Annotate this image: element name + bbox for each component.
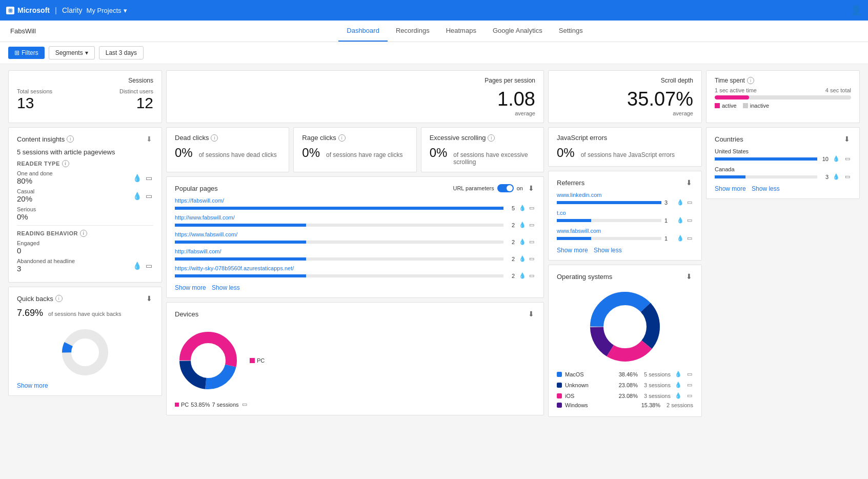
pc-recording-btn[interactable]: ▭ bbox=[241, 400, 248, 409]
macos-recording-btn[interactable]: ▭ bbox=[686, 370, 693, 378]
ios-heatmap-btn[interactable]: 💧 bbox=[674, 391, 683, 400]
countries-show-less-button[interactable]: Show less bbox=[752, 185, 780, 192]
abandoned-recording-button[interactable]: ▭ bbox=[145, 261, 153, 271]
page-recording-btn-3[interactable]: ▭ bbox=[528, 254, 535, 263]
page-count-0: 5 bbox=[507, 205, 515, 211]
ref-recording-btn-1[interactable]: ▭ bbox=[686, 216, 693, 225]
tab-dashboard[interactable]: Dashboard bbox=[338, 21, 388, 42]
devices-download-button[interactable]: ⬇ bbox=[527, 309, 535, 319]
scroll-depth-card: Scroll depth 35.07% average bbox=[548, 70, 702, 123]
serious-label: Serious bbox=[17, 206, 36, 212]
tab-google-analytics[interactable]: Google Analytics bbox=[485, 21, 551, 42]
popular-pages-show-less-button[interactable]: Show less bbox=[212, 284, 240, 291]
us-recording-btn[interactable]: ▭ bbox=[844, 154, 851, 163]
referrers-show-more-button[interactable]: Show more bbox=[557, 247, 588, 254]
countries-show-more-button[interactable]: Show more bbox=[715, 185, 746, 192]
casual-heatmap-button[interactable]: 💧 bbox=[132, 191, 143, 201]
page-heatmap-btn-3[interactable]: 💧 bbox=[518, 254, 527, 263]
ref-bar-0 bbox=[557, 201, 661, 204]
ref-heatmap-btn-0[interactable]: 💧 bbox=[676, 198, 685, 207]
rage-clicks-title: Rage clicks i bbox=[302, 134, 345, 142]
reading-behavior-info-icon[interactable]: i bbox=[80, 230, 87, 237]
country-bar-0 bbox=[715, 157, 817, 161]
unknown-heatmap-btn[interactable]: 💧 bbox=[674, 381, 683, 389]
ca-recording-btn[interactable]: ▭ bbox=[844, 172, 851, 181]
ref-count-2: 1 bbox=[664, 235, 673, 242]
quick-backs-chart bbox=[17, 323, 153, 382]
tab-heatmaps[interactable]: Heatmaps bbox=[438, 21, 485, 42]
quick-backs-download-button[interactable]: ⬇ bbox=[145, 293, 153, 304]
abandoned-row: Abandoned at headline 3 💧 ▭ bbox=[17, 258, 153, 273]
referrers-download-button[interactable]: ⬇ bbox=[685, 177, 693, 188]
devices-title: Devices bbox=[175, 310, 198, 318]
countries-download-button[interactable]: ⬇ bbox=[843, 134, 851, 144]
page-url-4: https://witty-sky-078b9560f.azurestatica… bbox=[175, 265, 339, 271]
excessive-scrolling-info-icon[interactable]: i bbox=[488, 134, 495, 142]
excessive-scrolling-value: 0% bbox=[430, 146, 448, 160]
pc-color bbox=[250, 358, 255, 363]
quick-backs-show-more-button[interactable]: Show more bbox=[17, 382, 48, 389]
ref-recording-btn-2[interactable]: ▭ bbox=[686, 234, 693, 243]
popular-pages-download-button[interactable]: ⬇ bbox=[527, 183, 535, 193]
tab-recordings[interactable]: Recordings bbox=[388, 21, 438, 42]
rage-clicks-info-icon[interactable]: i bbox=[338, 134, 346, 142]
engaged-row: Engaged 0 bbox=[17, 240, 153, 255]
macos-heatmap-btn[interactable]: 💧 bbox=[674, 370, 683, 378]
reader-type-info-icon[interactable]: i bbox=[62, 160, 69, 167]
os-download-button[interactable]: ⬇ bbox=[685, 271, 693, 282]
quick-backs-desc: of sessions have quick backs bbox=[48, 311, 121, 317]
us-heatmap-btn[interactable]: 💧 bbox=[832, 154, 841, 163]
my-projects-menu[interactable]: My Projects ▾ bbox=[87, 7, 127, 14]
project-name: FabsWill bbox=[10, 23, 72, 39]
sessions-label: Sessions bbox=[17, 77, 153, 84]
macos-color bbox=[557, 372, 562, 377]
dead-clicks-info-icon[interactable]: i bbox=[211, 134, 218, 142]
dead-clicks-card: Dead clicks i 0% of sessions have dead c… bbox=[166, 127, 289, 172]
url-params-toggle[interactable] bbox=[497, 184, 514, 192]
excessive-scrolling-title: Excessive scrolling i bbox=[430, 134, 495, 142]
page-recording-btn-1[interactable]: ▭ bbox=[528, 221, 535, 229]
unknown-recording-btn[interactable]: ▭ bbox=[686, 381, 693, 389]
js-errors-title: JavaScript errors bbox=[557, 134, 607, 142]
ref-recording-btn-0[interactable]: ▭ bbox=[686, 198, 693, 207]
page-recording-btn-2[interactable]: ▭ bbox=[528, 237, 535, 246]
scroll-avg: average bbox=[673, 110, 693, 116]
page-heatmap-btn-2[interactable]: 💧 bbox=[518, 237, 527, 246]
ref-url-1: t.co bbox=[557, 210, 693, 216]
quick-backs-card: Quick backs i ⬇ 7.69% of sessions have q… bbox=[8, 287, 162, 396]
date-range-button[interactable]: Last 3 days bbox=[99, 46, 144, 59]
ca-heatmap-btn[interactable]: 💧 bbox=[832, 172, 841, 181]
page-recording-btn-4[interactable]: ▭ bbox=[528, 271, 535, 280]
ref-heatmap-btn-2[interactable]: 💧 bbox=[676, 234, 685, 243]
tab-settings[interactable]: Settings bbox=[551, 21, 591, 42]
nav-tabs: Dashboard Recordings Heatmaps Google Ana… bbox=[338, 21, 591, 42]
os-row-0: MacOS 38.46% 5 sessions 💧 ▭ bbox=[557, 370, 693, 378]
page-heatmap-btn-0[interactable]: 💧 bbox=[518, 204, 527, 212]
page-heatmap-btn-1[interactable]: 💧 bbox=[518, 221, 527, 229]
popular-pages-show-more-button[interactable]: Show more bbox=[175, 284, 206, 291]
page-recording-btn-0[interactable]: ▭ bbox=[528, 204, 535, 212]
segments-button[interactable]: Segments ▾ bbox=[49, 46, 95, 59]
rage-clicks-desc: of sessions have rage clicks bbox=[326, 151, 402, 158]
ios-name: iOS bbox=[565, 393, 616, 399]
pc-stat-label: PC bbox=[181, 402, 189, 408]
user-avatar[interactable]: 👤 bbox=[851, 5, 862, 16]
referrers-show-less-button[interactable]: Show less bbox=[594, 247, 622, 254]
content-insights-download-button[interactable]: ⬇ bbox=[145, 134, 153, 144]
windows-count: 2 sessions bbox=[667, 402, 693, 408]
one-and-done-heatmap-button[interactable]: 💧 bbox=[132, 173, 143, 183]
casual-recording-button[interactable]: ▭ bbox=[145, 191, 153, 201]
casual-label: Casual bbox=[17, 188, 34, 194]
abandoned-heatmap-button[interactable]: 💧 bbox=[132, 261, 143, 271]
time-spent-info-icon[interactable]: i bbox=[747, 77, 754, 84]
filter-button[interactable]: ⊞ Filters bbox=[8, 47, 45, 59]
content-insights-info-icon[interactable]: i bbox=[67, 135, 74, 143]
one-and-done-recording-button[interactable]: ▭ bbox=[145, 173, 153, 183]
page-heatmap-btn-4[interactable]: 💧 bbox=[518, 271, 527, 280]
quick-backs-info-icon[interactable]: i bbox=[55, 295, 63, 302]
os-row-2: iOS 23.08% 3 sessions 💧 ▭ bbox=[557, 391, 693, 400]
ios-recording-btn[interactable]: ▭ bbox=[686, 391, 693, 400]
segments-label: Segments bbox=[55, 49, 83, 56]
ref-heatmap-btn-1[interactable]: 💧 bbox=[676, 216, 685, 225]
inactive-legend: inactive bbox=[743, 103, 769, 109]
